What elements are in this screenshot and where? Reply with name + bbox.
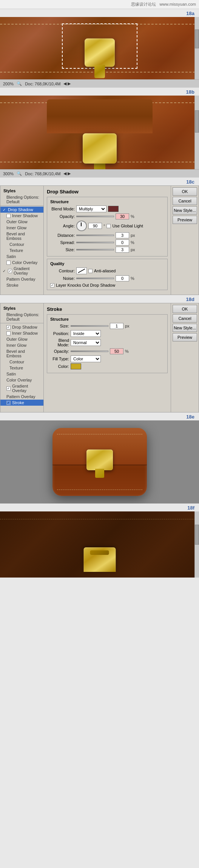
styles-stroke-18d[interactable]: Stroke [0,400,43,406]
dialog-18d: Styles Blending Options: Default Drop Sh… [0,303,199,412]
styles-contour-18d[interactable]: Contour [0,359,43,365]
distance-label-18c: Distance: [50,233,75,238]
clasp-18f [83,547,116,574]
noise-label-18c: Noise: [50,276,75,281]
contour-preview-18c[interactable] [76,267,87,274]
new-style-btn-18c[interactable]: New Style... [173,206,197,215]
cb-stroke-18d[interactable] [6,401,11,405]
zoom-18b: 300% [3,171,14,176]
blend-mode-label-18d: Blend Mode: [50,338,69,347]
ok-btn-18c[interactable]: OK [173,187,197,196]
distance-input-18c[interactable] [116,232,129,238]
position-select-18d[interactable]: Inside [71,330,101,337]
opacity-input-18d[interactable] [110,348,123,354]
ok-btn-18d[interactable]: OK [173,305,197,313]
scrollbar-thumb-18f[interactable] [195,525,199,545]
styles-texture-18d[interactable]: Texture [0,365,43,371]
cb-gradient-overlay-18c[interactable] [8,269,12,273]
styles-color-overlay-18d[interactable]: Color Overlay [0,377,43,383]
color-swatch-18d[interactable] [71,363,81,369]
size-slider-18c[interactable] [76,249,114,250]
styles-inner-glow-18d[interactable]: Inner Glow [0,342,43,348]
opacity-slider-18c[interactable] [76,216,114,217]
fill-type-select-18d[interactable]: Color [71,355,101,362]
zoom-icon-18a: 🔍 [17,81,22,86]
scrollbar-18a[interactable] [194,17,199,79]
styles-outer-glow-18d[interactable]: Outer Glow [0,336,43,342]
size-px-18c: px [131,247,135,252]
blend-mode-row-18d: Blend Mode: Normal [50,338,164,347]
styles-satin-18d[interactable]: Satin [0,371,43,377]
cb-color-overlay-18c[interactable] [6,261,11,265]
cb-anti-aliased-18c[interactable] [88,269,93,273]
nav-arrow-18a[interactable]: ◀ ▶ [63,81,71,86]
styles-drop-shadow-18d[interactable]: Drop Shadow [0,324,43,330]
new-style-btn-18d[interactable]: New Style... [173,324,197,332]
opacity-row-18c: Opacity: % [50,213,164,219]
blend-mode-select-18d[interactable]: Normal [71,339,101,346]
cb-drop-shadow-18d[interactable] [6,325,11,329]
size-input-18c[interactable] [116,247,129,253]
opacity-label-18c: Opacity: [50,214,75,219]
opacity-slider-18d[interactable] [71,351,108,352]
styles-blending-18c[interactable]: Blending Options: Default [0,194,43,205]
main-panel-18d: Stroke Structure Size: px Position: Insi… [44,303,171,412]
styles-drop-shadow-18c[interactable]: Drop Shadow [0,207,43,213]
styles-bevel-18c[interactable]: Bevel and Emboss [0,231,43,241]
styles-satin-18c[interactable]: Satin [0,253,43,259]
doc-info-18b: Doc: 768,0K/10,4M [25,171,60,176]
distance-px-18c: px [131,233,135,238]
noise-input-18c[interactable] [116,275,129,281]
nav-arrow-18b[interactable]: ◀ ▶ [63,171,71,176]
global-light-row-18c: Use Global Light [106,224,143,228]
cancel-btn-18c[interactable]: Cancel [173,197,197,205]
blend-mode-select-18c[interactable]: Multiply [76,205,106,212]
styles-bevel-18d[interactable]: Bevel and Emboss [0,348,43,359]
noise-pct-18c: % [131,276,134,281]
opacity-input-18c[interactable] [116,213,129,219]
clasp-tab-18e [95,469,104,478]
scrollbar-thumb-18a[interactable] [195,29,199,48]
styles-gradient-overlay-18c[interactable]: Gradient Overlay [0,266,43,276]
spread-input-18c[interactable] [116,239,129,246]
toolbar-18b: 300% 🔍 Doc: 768,0K/10,4M ◀ ▶ [0,169,199,178]
size-input-18d[interactable] [110,323,123,329]
styles-inner-glow-18c[interactable]: Inner Glow [0,225,43,231]
preview-btn-18d[interactable]: Preview [173,333,197,341]
angle-input-18c[interactable] [88,223,102,229]
size-label-18c: Size: [50,247,75,252]
noise-slider-18c[interactable] [76,278,114,279]
gold-tab-18b [94,164,105,169]
styles-inner-shadow-18c[interactable]: Inner Shadow [0,213,43,219]
cb-gradient-overlay-18d[interactable] [6,386,11,391]
scrollbar-thumb-18b[interactable] [195,110,199,133]
dialog-18c: Styles Blending Options: Default Drop Sh… [0,185,199,295]
preview-btn-18c[interactable]: Preview [173,216,197,224]
cb-layer-knocks-18c[interactable] [50,283,54,287]
styles-color-overlay-18c[interactable]: Color Overlay [0,259,43,266]
styles-pattern-overlay-18c[interactable]: Pattern Overlay [0,276,43,282]
styles-outer-glow-18c[interactable]: Outer Glow [0,219,43,225]
cancel-btn-18d[interactable]: Cancel [173,314,197,323]
fill-type-row-18d: Fill Type: Color [50,355,164,362]
scrollbar-18f[interactable] [194,511,199,578]
size-slider-18d[interactable] [71,325,108,327]
cb-inner-shadow-18d[interactable] [6,331,11,335]
cb-inner-shadow-18c[interactable] [6,214,11,218]
styles-pattern-overlay-18d[interactable]: Pattern Overlay [0,394,43,400]
styles-contour-18c[interactable]: Contour [0,241,43,247]
styles-inner-shadow-18d[interactable]: Inner Shadow [0,330,43,336]
styles-stroke-18c[interactable]: Stroke [0,282,43,288]
cb-global-light-18c[interactable] [106,224,111,228]
distance-slider-18c[interactable] [76,235,114,236]
noise-row-18c: Noise: % [50,275,164,281]
angle-dial-18c[interactable] [76,221,87,231]
color-swatch-18c[interactable] [108,206,119,212]
scrollbar-18b[interactable] [194,96,199,169]
briefcase-icon-18e [52,428,147,496]
spread-label-18c: Spread: [50,240,75,245]
styles-texture-18c[interactable]: Texture [0,247,43,253]
styles-blending-18d[interactable]: Blending Options: Default [0,312,43,322]
styles-gradient-overlay-18d[interactable]: Gradient Overlay [0,383,43,394]
spread-slider-18c[interactable] [76,242,114,243]
